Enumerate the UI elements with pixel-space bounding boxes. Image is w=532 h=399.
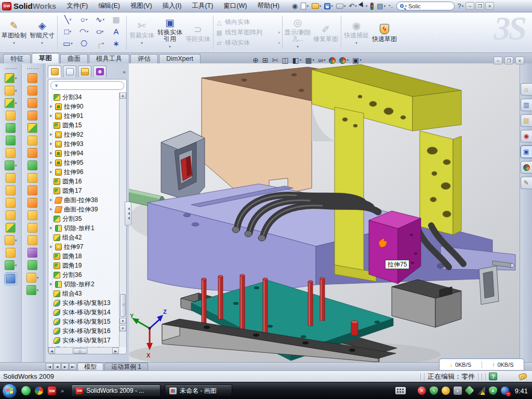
volume-tray-icon[interactable]: ◖ — [454, 387, 462, 395]
new-document-button[interactable]: ▾ — [300, 1, 310, 11]
point-tool[interactable]: ∗ — [108, 39, 124, 48]
start-button[interactable] — [2, 383, 17, 398]
options-button[interactable]: ▤▾ — [376, 1, 387, 11]
graphics-area[interactable]: Y Z X — [129, 63, 520, 362]
browser-ball-icon[interactable] — [34, 386, 44, 395]
panel-overflow-button[interactable]: » — [123, 69, 127, 75]
tree-item[interactable]: 切除-放样1 — [48, 223, 119, 233]
delete-body-button[interactable]: ▾ — [5, 235, 17, 245]
messenger-green-icon[interactable] — [21, 386, 31, 395]
prev-tab-button[interactable]: ◀ — [54, 363, 61, 370]
view-palette-tab[interactable]: ▣ — [521, 145, 532, 158]
close-button[interactable]: × — [485, 2, 494, 10]
extruded-surface-button[interactable] — [28, 98, 37, 108]
tree-item[interactable]: 实体-移动/复制13 — [48, 298, 119, 308]
search-tab[interactable]: ◉ — [521, 130, 532, 142]
restore-button[interactable]: ❐ — [475, 2, 484, 10]
tree-item[interactable]: 拉伸94 — [48, 149, 119, 158]
horizontal-scroll-thumb[interactable]: ||| — [73, 348, 87, 354]
certificate-tray-icon[interactable] — [442, 387, 450, 395]
menu-item[interactable]: 插入(I) — [157, 0, 187, 12]
resources-home-tab[interactable]: ⌂ — [521, 83, 532, 96]
menu-item[interactable]: 帮助(H) — [252, 0, 284, 12]
tab-DimXpert[interactable]: DimXpert — [159, 54, 201, 63]
tree-item[interactable]: 实体-移动/复制14 — [48, 308, 119, 317]
ellipse-tool[interactable]: ○▾ — [92, 27, 108, 36]
custom-properties-tab[interactable]: ✎ — [521, 177, 532, 189]
tree-item[interactable]: 实体-移动/复制15 — [48, 317, 119, 326]
tree-item[interactable]: 拉伸90 — [48, 102, 119, 111]
property-manager-tab[interactable] — [63, 65, 76, 77]
spline-tool[interactable]: ∿▾ — [92, 15, 108, 24]
toolbar-grip[interactable] — [5, 68, 17, 70]
tree-item[interactable]: 圆角18 — [48, 251, 119, 261]
first-tab-button[interactable]: |◀ — [46, 363, 53, 370]
flatten-surface-button[interactable] — [28, 248, 37, 258]
tree-item[interactable]: 圆角17 — [48, 186, 119, 195]
tree-item[interactable]: 实体-移动/复制16 — [48, 326, 119, 336]
rectangle-tool[interactable]: □▾ — [60, 27, 76, 36]
planar-surface-button[interactable] — [28, 148, 37, 158]
tag-icon[interactable] — [518, 373, 528, 380]
thicken-button[interactable] — [28, 173, 37, 183]
linear-pattern-button[interactable]: ▾ — [5, 161, 17, 170]
doc-close-button[interactable]: × — [515, 57, 524, 64]
extruded-boss-button[interactable]: ▾ — [5, 73, 17, 83]
spline-button[interactable]: ▾ — [26, 285, 39, 295]
search-input[interactable]: ▾ Solic — [396, 2, 455, 10]
zoom-fit-button[interactable]: ⊕ — [252, 56, 259, 64]
zoom-area-button[interactable]: ⊞ — [262, 56, 269, 64]
shield-green-tray-icon[interactable]: ϟ — [430, 387, 438, 395]
fillet-surface-button[interactable] — [28, 235, 37, 245]
revolved-surface-button[interactable] — [28, 86, 37, 96]
view-settings-button[interactable]: ▣▾ — [352, 56, 362, 64]
tree-item[interactable]: 组合43 — [48, 289, 119, 298]
trim-surface-button[interactable] — [28, 123, 37, 133]
delete-hole-button[interactable] — [28, 198, 37, 208]
extruded-cut-button[interactable]: ▾ — [5, 86, 17, 96]
tree-filter-input[interactable]: ▼ — [50, 81, 124, 90]
toolbar-grip[interactable] — [27, 68, 38, 70]
tree-item[interactable]: 圆角19 — [48, 261, 119, 270]
scroll-right-button[interactable]: ▶ — [112, 348, 119, 354]
help-button[interactable]: ?▾ — [457, 1, 465, 11]
tree-item[interactable]: 拉伸96 — [48, 167, 119, 177]
quick-snaps-button[interactable]: ◉ 快速捕捉▾ — [342, 18, 370, 47]
replace-face-button[interactable] — [28, 210, 37, 220]
part-stop-pin[interactable] — [351, 321, 358, 336]
convert-entities-button[interactable]: ▣ 转换实体引用▾ — [156, 15, 184, 51]
hide-show-items-button[interactable]: ∞▾ — [318, 56, 326, 64]
design-library-tab[interactable]: ▥ — [521, 99, 532, 111]
dome-button[interactable] — [28, 260, 37, 270]
feature-manager-tab[interactable] — [48, 65, 61, 77]
tree-item[interactable]: 曲面-拉伸38 — [48, 195, 119, 205]
text-tool[interactable]: A — [108, 27, 124, 36]
panel-splitter-handle[interactable] — [125, 202, 131, 225]
boundary-surface-button[interactable] — [28, 111, 37, 121]
dimxpert-manager-tab[interactable]: ⊕ — [93, 65, 107, 77]
tree-item[interactable]: 分割35 — [48, 214, 119, 223]
measure-button[interactable] — [5, 273, 17, 285]
tree-item[interactable]: 拉伸93 — [48, 139, 119, 149]
curves-button[interactable]: ▾ — [5, 260, 17, 270]
draft-button[interactable] — [6, 185, 16, 195]
undo-button[interactable]: ↶▾ — [348, 1, 357, 11]
circle-tool[interactable]: ○▾ — [76, 15, 92, 24]
boundary-boss-button[interactable] — [6, 136, 16, 145]
revolved-boss-button[interactable] — [6, 111, 16, 121]
move-copy-body-button[interactable] — [6, 223, 16, 233]
save-button[interactable]: ▾ — [323, 1, 334, 11]
taskbar-clock[interactable]: 9:41 — [515, 387, 528, 395]
open-button[interactable]: ▾ — [311, 1, 323, 11]
intersect-button[interactable] — [6, 210, 16, 220]
network-speed-widget[interactable]: ↓0KB/S ↑0KB/S — [439, 358, 524, 370]
keyboard-layout-icon[interactable] — [395, 387, 406, 394]
last-tab-button[interactable]: ▶| — [69, 363, 76, 370]
polygon-tool[interactable]: ⎔ — [76, 39, 92, 48]
tab-曲面[interactable]: 曲面 — [60, 54, 88, 63]
tree-item[interactable]: 分割36 — [48, 270, 119, 280]
tree-item[interactable]: 圆角15 — [48, 121, 119, 130]
view-orientation-button[interactable]: ◧▾ — [292, 56, 301, 64]
menu-item[interactable]: 工具(T) — [187, 0, 218, 12]
line-tool[interactable]: ╲▾ — [60, 15, 76, 24]
